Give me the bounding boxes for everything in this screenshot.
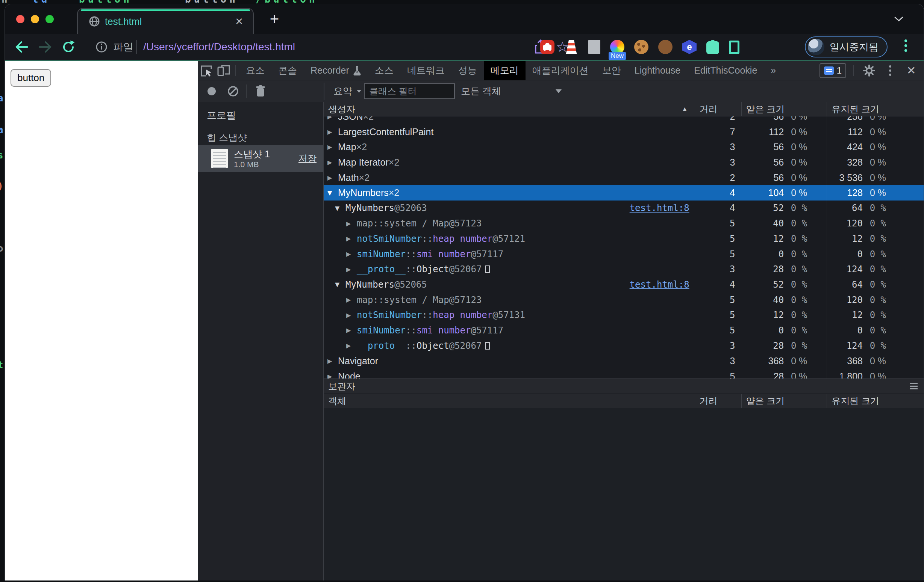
profile-badge[interactable]: 일시중지됨: [805, 36, 888, 58]
grid-row[interactable]: ▼MyNumbers @52065test.html:84520 %640 %: [323, 277, 924, 293]
grid-row[interactable]: ▼MyNumbers ×241040 %1280 %: [323, 185, 924, 201]
grid-row[interactable]: ▼MyNumbers @52063test.html:84520 %640 %: [323, 201, 924, 216]
devtools-tab-콘솔[interactable]: 콘솔: [271, 61, 304, 81]
clear-profiles-button[interactable]: [227, 81, 239, 102]
devtools-tab-메모리[interactable]: 메모리: [484, 61, 526, 81]
devtools-tab-네트워크[interactable]: 네트워크: [400, 61, 452, 81]
cell-value: 3: [695, 141, 735, 153]
url-text[interactable]: /Users/yceffort/Desktop/test.html: [143, 34, 295, 60]
objects-dropdown[interactable]: 모든 객체: [461, 81, 501, 102]
devtools-tab-보안[interactable]: 보안: [596, 61, 628, 81]
perspective-dropdown[interactable]: 요약: [333, 81, 362, 102]
site-info-icon[interactable]: [95, 34, 108, 60]
rainbow-extension-icon[interactable]: New: [610, 40, 624, 54]
cookie-extension-icon[interactable]: [634, 40, 648, 54]
grid-row[interactable]: ▶JSON ×22560 %2560 %: [323, 117, 924, 124]
expand-arrow-icon[interactable]: ▶: [327, 357, 338, 365]
column-header-constructor[interactable]: 생성자 ▲: [323, 102, 695, 116]
column-header-shallow-size[interactable]: 얕은 크기: [741, 394, 827, 408]
grid-row[interactable]: ▶Map Iterator ×23560 %3280 %: [323, 155, 924, 170]
browser-menu-icon[interactable]: [904, 39, 907, 52]
collapse-arrow-icon[interactable]: ▼: [335, 281, 345, 288]
snapshot-list-item[interactable]: 스냅샷 1 1.0 MB 저장: [198, 145, 323, 172]
browser-tab[interactable]: test.html ✕: [77, 8, 254, 34]
expand-arrow-icon[interactable]: ▶: [327, 159, 338, 166]
expand-arrow-icon[interactable]: ▶: [346, 250, 357, 258]
grid-row[interactable]: ▶LargestContentfulPaint71120 %1120 %: [323, 124, 924, 140]
grid-row[interactable]: ▶__proto__ :: Object @520673280 %1240 %: [323, 262, 924, 277]
expand-arrow-icon[interactable]: ▶: [327, 117, 338, 120]
class-filter-input[interactable]: [364, 83, 455, 99]
grid-row[interactable]: ▶notSmiNumber :: heap number @571215120 …: [323, 231, 924, 247]
column-header-shallow-size[interactable]: 얕은 크기: [741, 102, 827, 116]
record-heap-snapshot-button[interactable]: [206, 81, 217, 102]
column-header-distance[interactable]: 거리: [695, 394, 741, 408]
lighthouse-extension-icon[interactable]: [564, 40, 579, 54]
teal-frame-extension-icon[interactable]: [729, 41, 739, 54]
expand-arrow-icon[interactable]: ▶: [327, 128, 338, 136]
gray-square-extension-icon[interactable]: [588, 40, 601, 54]
expand-arrow-icon[interactable]: ▶: [346, 220, 357, 227]
back-button[interactable]: [15, 34, 30, 60]
page-button[interactable]: button: [10, 69, 51, 87]
expand-arrow-icon[interactable]: ▶: [346, 235, 357, 242]
grid-row[interactable]: ▶notSmiNumber :: heap number @571315120 …: [323, 307, 924, 323]
inspect-element-icon[interactable]: [198, 61, 215, 81]
collapse-arrow-icon[interactable]: ▼: [327, 189, 338, 196]
close-traffic-light[interactable]: [16, 15, 25, 23]
cookie-dark-extension-icon[interactable]: [658, 40, 673, 54]
chevron-down-icon[interactable]: [894, 15, 904, 22]
grid-row[interactable]: ▶smiNumber :: smi number @57117500 %00 %: [323, 323, 924, 338]
maximize-traffic-light[interactable]: [46, 15, 54, 23]
expand-arrow-icon[interactable]: ▶: [327, 143, 338, 151]
devtools-tab-소스[interactable]: 소스: [368, 61, 400, 81]
expand-arrow-icon[interactable]: ▶: [346, 266, 357, 273]
minimize-traffic-light[interactable]: [31, 15, 39, 23]
grid-row[interactable]: ▶map :: system / Map @571235400 %1200 %: [323, 292, 924, 307]
grid-row[interactable]: ▶Map ×23560 %4240 %: [323, 139, 924, 155]
stop-hand-extension-icon[interactable]: [540, 40, 554, 54]
column-header-retained-size[interactable]: 유지된 크기: [827, 102, 924, 116]
expand-arrow-icon[interactable]: ▶: [346, 296, 357, 303]
devtools-tab-bar: 요소콘솔Recorder소스네트워크성능메모리애플리케이션보안Lighthous…: [198, 61, 924, 81]
forward-button[interactable]: [37, 34, 52, 60]
devtools-tab-EditThisCookie[interactable]: EditThisCookie: [687, 61, 764, 81]
devtools-tab-Lighthouse[interactable]: Lighthouse: [628, 61, 687, 81]
grid-row[interactable]: ▶smiNumber :: smi number @57117500 %00 %: [323, 246, 924, 262]
delete-profile-icon[interactable]: [255, 81, 266, 102]
grid-row[interactable]: ▶__proto__ :: Object @520673280 %1240 %: [323, 338, 924, 353]
source-location-link[interactable]: test.html:8: [630, 279, 690, 290]
objects-dropdown-arrow[interactable]: [556, 81, 562, 102]
column-header-retained-size[interactable]: 유지된 크기: [827, 394, 924, 408]
tab-close-icon[interactable]: ✕: [235, 9, 243, 34]
hamburger-menu-icon[interactable]: [906, 383, 917, 390]
new-tab-button[interactable]: +: [266, 9, 283, 29]
grid-row[interactable]: ▶Node5280 %1 8000 %: [323, 369, 924, 378]
device-toolbar-icon[interactable]: [215, 61, 232, 81]
more-tabs-button[interactable]: »: [764, 61, 783, 81]
reload-button[interactable]: [61, 34, 76, 60]
devtools-tab-성능[interactable]: 성능: [452, 61, 484, 81]
puzzle-extension-icon[interactable]: [706, 41, 719, 54]
grid-row[interactable]: ▶Navigator33680 %3680 %: [323, 353, 924, 369]
grid-row[interactable]: ▶map :: system / Map @571235400 %1200 %: [323, 216, 924, 231]
devtools-kebab-icon[interactable]: [881, 61, 899, 81]
expand-arrow-icon[interactable]: ▶: [327, 373, 338, 378]
column-header-object[interactable]: 객체: [323, 394, 695, 408]
expand-arrow-icon[interactable]: ▶: [346, 342, 357, 349]
settings-gear-icon[interactable]: [860, 61, 878, 81]
devtools-tab-요소[interactable]: 요소: [239, 61, 271, 81]
column-header-distance[interactable]: 거리: [695, 102, 741, 116]
expand-arrow-icon[interactable]: ▶: [327, 174, 338, 181]
expand-arrow-icon[interactable]: ▶: [346, 327, 357, 334]
grid-row[interactable]: ▶Math ×22560 %3 5360 %: [323, 170, 924, 186]
devtools-tab-애플리케이션[interactable]: 애플리케이션: [526, 61, 596, 81]
issues-button[interactable]: 1: [820, 63, 846, 78]
expand-arrow-icon[interactable]: ▶: [346, 312, 357, 319]
snapshot-save-link[interactable]: 저장: [299, 153, 317, 164]
devtools-close-icon[interactable]: ✕: [903, 61, 920, 81]
collapse-arrow-icon[interactable]: ▼: [335, 205, 345, 212]
hexagon-e-extension-icon[interactable]: e: [682, 40, 696, 54]
source-location-link[interactable]: test.html:8: [630, 203, 690, 213]
devtools-tab-Recorder[interactable]: Recorder: [304, 61, 368, 81]
